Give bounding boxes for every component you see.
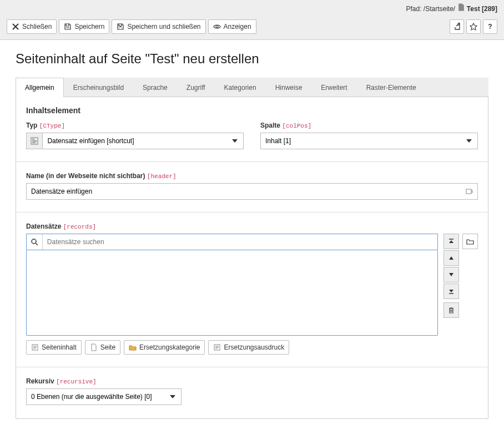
page-icon	[457, 3, 465, 11]
key-colpos: [colPos]	[282, 123, 311, 129]
tab-bar: Allgemein Erscheinungsbild Sprache Zugri…	[16, 78, 488, 97]
select-recursive[interactable]: 0 Ebenen (nur die ausgewählte Seite) [0]	[26, 388, 182, 405]
suggest-replace-category-label: Ersetzungskategorie	[139, 343, 200, 351]
view-label: Anzeigen	[224, 23, 251, 31]
key-records: [records]	[63, 224, 96, 230]
move-down-button[interactable]	[443, 267, 459, 282]
topbar: Pfad: /Startseite/ Test [289] Schließen …	[0, 0, 504, 40]
save-icon	[64, 23, 72, 31]
path-prefix: Pfad:	[406, 5, 423, 13]
path-current: Test	[467, 5, 480, 13]
field-colpos: Spalte [colPos] Inhalt [1]	[260, 122, 478, 149]
svg-point-0	[216, 26, 218, 28]
key-recursive: [recursive]	[56, 378, 97, 385]
move-top-button[interactable]	[443, 234, 459, 249]
page-title: Seiteninhalt auf Seite "Test" neu erstel…	[16, 51, 488, 67]
save-label: Speichern	[74, 23, 104, 31]
path-root[interactable]: /Startseite/	[424, 5, 455, 13]
suggest-page[interactable]: Seite	[85, 340, 120, 355]
key-header: [header]	[147, 173, 177, 180]
tab-language[interactable]: Sprache	[133, 78, 177, 97]
share-button[interactable]	[450, 19, 464, 34]
select-ctype[interactable]: Datensatz einfügen [shortcut]	[42, 133, 244, 149]
save-close-icon	[117, 23, 124, 31]
records-listbox[interactable]	[26, 250, 438, 336]
save-close-label: Speichern und schließen	[127, 23, 200, 31]
page-icon	[90, 343, 98, 351]
star-icon	[470, 23, 477, 31]
label-ctype-text: Typ	[26, 122, 37, 129]
bookmark-button[interactable]	[466, 19, 481, 34]
browse-records-button[interactable]	[462, 234, 478, 249]
suggest-replace-expression-label: Ersetzungsausdruck	[224, 343, 284, 351]
close-label: Schließen	[22, 23, 52, 31]
label-header: Name (in der Webseite nicht sichtbar) [h…	[26, 172, 478, 180]
field-ctype: Typ [CType] Datensatz einfügen [shortcut…	[26, 122, 244, 149]
input-header[interactable]	[26, 183, 478, 200]
suggest-page-content-label: Seiteninhalt	[42, 343, 77, 351]
suggest-replace-category[interactable]: Ersetzungskategorie	[124, 340, 205, 355]
tab-general[interactable]: Allgemein	[16, 78, 64, 97]
label-records-text: Datensätze	[26, 222, 61, 230]
label-colpos-text: Spalte	[260, 122, 280, 129]
separator	[16, 212, 488, 213]
tab-notes[interactable]: Hinweise	[266, 78, 312, 97]
close-icon	[12, 23, 19, 31]
label-ctype: Typ [CType]	[26, 122, 244, 129]
move-bottom-button[interactable]	[443, 284, 459, 299]
label-recursive-text: Rekursiv	[26, 377, 54, 385]
tab-access[interactable]: Zugriff	[177, 78, 215, 97]
label-records: Datensätze [records]	[26, 222, 478, 230]
view-button[interactable]: Anzeigen	[208, 19, 256, 34]
tab-panel-general: Inhaltselement Typ [CType] Datensatz ein…	[16, 97, 488, 419]
save-close-button[interactable]: Speichern und schließen	[112, 19, 205, 34]
tab-grid[interactable]: Raster-Elemente	[357, 78, 426, 97]
section-content-element: Inhaltselement	[26, 106, 478, 115]
label-colpos: Spalte [colPos]	[260, 122, 478, 129]
content-area: Seiteninhalt auf Seite "Test" neu erstel…	[0, 40, 504, 430]
save-button[interactable]: Speichern	[59, 19, 109, 34]
eye-icon	[213, 23, 221, 31]
header-wizard-icon[interactable]	[466, 188, 473, 195]
svg-rect-5	[32, 143, 36, 143]
label-recursive: Rekursiv [recursive]	[26, 377, 478, 385]
records-search-input[interactable]	[43, 234, 437, 250]
ctype-icon	[26, 133, 42, 149]
suggest-replace-expression[interactable]: Ersetzungsausdruck	[208, 340, 289, 355]
share-icon	[453, 23, 461, 31]
svg-rect-2	[32, 139, 34, 140]
question-icon: ?	[488, 23, 492, 31]
svg-rect-4	[32, 141, 37, 142]
suggest-page-content[interactable]: Seiteninhalt	[26, 340, 82, 355]
svg-rect-6	[466, 189, 471, 194]
tab-categories[interactable]: Kategorien	[215, 78, 266, 97]
label-header-text: Name (in der Webseite nicht sichtbar)	[26, 172, 145, 180]
separator	[16, 161, 488, 162]
suggest-page-label: Seite	[100, 343, 115, 351]
separator	[16, 367, 488, 367]
path-bar: Pfad: /Startseite/ Test [289]	[0, 0, 504, 16]
select-colpos[interactable]: Inhalt [1]	[260, 133, 478, 149]
tab-appearance[interactable]: Erscheinungsbild	[64, 78, 133, 97]
toolbar: Schließen Speichern Speichern und schlie…	[0, 16, 504, 39]
expression-icon	[213, 343, 221, 351]
help-button[interactable]: ?	[483, 19, 497, 34]
move-up-button[interactable]	[443, 250, 459, 266]
path-id: [289]	[482, 5, 497, 13]
key-ctype: [CType]	[39, 123, 65, 129]
svg-rect-3	[32, 140, 37, 141]
close-button[interactable]: Schließen	[7, 19, 57, 34]
svg-point-7	[32, 239, 36, 244]
search-icon	[27, 234, 43, 250]
content-icon	[31, 343, 39, 351]
folder-icon	[129, 343, 137, 351]
tab-extended[interactable]: Erweitert	[311, 78, 356, 97]
delete-record-button[interactable]	[443, 302, 459, 318]
